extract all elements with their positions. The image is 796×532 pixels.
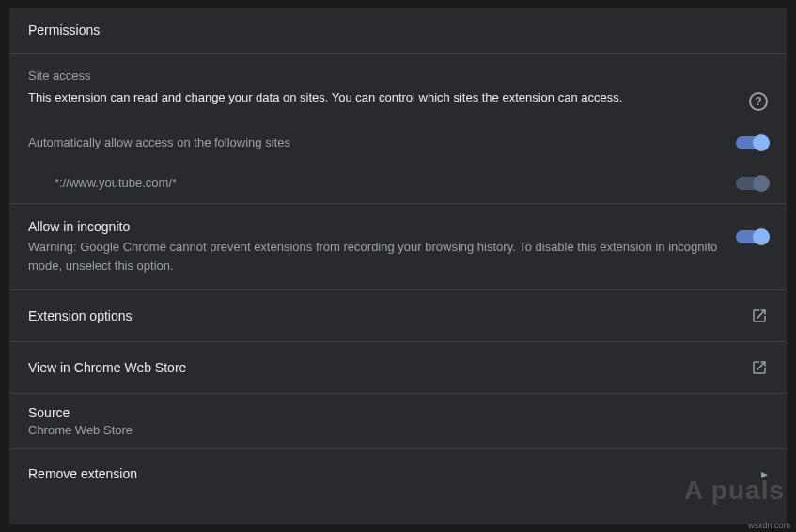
site-access-title: Site access: [28, 69, 768, 83]
web-store-row[interactable]: View in Chrome Web Store: [9, 342, 787, 393]
chevron-right-icon: ▸: [761, 466, 768, 481]
incognito-warning: Warning: Google Chrome cannot prevent ex…: [28, 238, 721, 274]
auto-allow-label: Automatically allow access on the follow…: [28, 135, 725, 149]
extension-options-label: Extension options: [28, 308, 133, 323]
permissions-header: Permissions: [9, 8, 787, 54]
auto-allow-toggle[interactable]: [736, 136, 768, 149]
site-access-desc-row: This extension can read and change your …: [28, 88, 768, 111]
source-label: Source: [28, 405, 768, 420]
site-access-section: Site access This extension can read and …: [9, 54, 787, 122]
extension-options-row[interactable]: Extension options: [9, 290, 787, 341]
site-pattern-row: *://www.youtube.com/*: [9, 163, 787, 203]
open-external-icon: [751, 307, 768, 324]
outer-frame: Permissions Site access This extension c…: [0, 0, 796, 532]
source-value: Chrome Web Store: [28, 423, 768, 437]
site-access-description: This extension can read and change your …: [28, 88, 738, 107]
open-external-icon: [751, 359, 768, 376]
incognito-title: Allow in incognito: [28, 219, 721, 234]
site-pattern-label: *://www.youtube.com/*: [55, 176, 725, 190]
incognito-section: Allow in incognito Warning: Google Chrom…: [9, 204, 787, 289]
extension-settings-panel: Permissions Site access This extension c…: [9, 8, 787, 524]
remove-extension-label: Remove extension: [28, 466, 137, 481]
incognito-text: Allow in incognito Warning: Google Chrom…: [28, 219, 721, 274]
auto-allow-row: Automatically allow access on the follow…: [9, 122, 787, 163]
site-pattern-toggle[interactable]: [736, 177, 768, 190]
incognito-toggle[interactable]: [736, 230, 768, 243]
permissions-title: Permissions: [28, 23, 100, 38]
help-icon[interactable]: ?: [749, 92, 768, 111]
web-store-label: View in Chrome Web Store: [28, 360, 186, 375]
remove-extension-row[interactable]: Remove extension ▸: [9, 449, 787, 498]
source-section: Source Chrome Web Store: [9, 394, 787, 448]
